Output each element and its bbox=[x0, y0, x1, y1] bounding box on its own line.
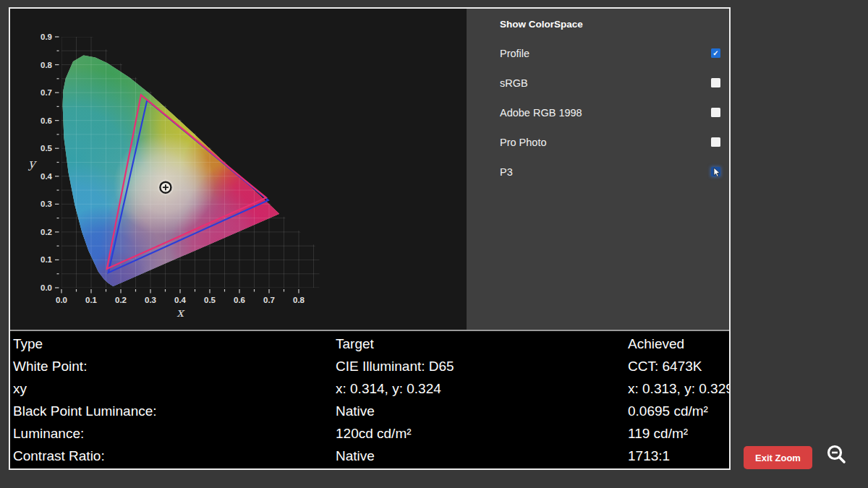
svg-text:0.6: 0.6 bbox=[41, 116, 52, 125]
table-cell-1-0: xy bbox=[10, 377, 333, 400]
svg-text:0.0: 0.0 bbox=[56, 296, 67, 304]
magnifier-minus-icon[interactable] bbox=[825, 444, 851, 470]
table-cell-0-1: CIE Illuminant: D65 bbox=[333, 355, 625, 377]
measurement-table: TypeTargetAchievedWhite Point:CIE Illumi… bbox=[10, 331, 729, 467]
colorspace-list: Profile✓sRGBAdobe RGB 1998Pro PhotoP3 bbox=[500, 38, 720, 187]
table-cell-2-2: 0.0695 cd/m² bbox=[625, 400, 729, 422]
top-section: 0.00.10.20.30.40.50.60.70.80.00.10.20.30… bbox=[10, 9, 729, 330]
table-cell-4-2: 1713:1 bbox=[625, 445, 729, 467]
svg-text:0.2: 0.2 bbox=[41, 228, 52, 236]
calibration-window: 0.00.10.20.30.40.50.60.70.80.00.10.20.30… bbox=[9, 7, 731, 470]
colorspace-panel: Show ColorSpace Profile✓sRGBAdobe RGB 19… bbox=[467, 9, 729, 330]
table-cell-0-2: CCT: 6473K bbox=[625, 355, 729, 377]
table-cell-2-1: Native bbox=[333, 400, 625, 422]
svg-text:0.8: 0.8 bbox=[293, 296, 305, 304]
checkbox-pro-photo[interactable] bbox=[711, 137, 720, 147]
table-cell-1-2: x: 0.313, y: 0.329 bbox=[625, 377, 729, 400]
mouse-cursor-icon bbox=[713, 168, 720, 177]
colorspace-item-adobe-rgb-1998: Adobe RGB 1998 bbox=[500, 98, 720, 127]
svg-text:x: x bbox=[176, 305, 185, 320]
table-cell-1-1: x: 0.314, y: 0.324 bbox=[333, 377, 625, 400]
svg-text:0.3: 0.3 bbox=[41, 200, 52, 208]
table-cell-3-2: 119 cd/m² bbox=[625, 422, 729, 445]
svg-text:y: y bbox=[27, 156, 37, 171]
table-cell-4-1: Native bbox=[333, 445, 625, 467]
svg-text:0.1: 0.1 bbox=[85, 296, 98, 304]
colorspace-item-pro-photo: Pro Photo bbox=[500, 127, 720, 157]
table-cell-3-0: Luminance: bbox=[10, 422, 333, 445]
exit-zoom-button[interactable]: Exit Zoom bbox=[744, 446, 812, 469]
svg-text:0.0: 0.0 bbox=[41, 283, 52, 292]
checkbox-srgb[interactable] bbox=[711, 78, 720, 87]
svg-text:0.1: 0.1 bbox=[41, 255, 53, 264]
colorspace-label-profile: Profile bbox=[500, 48, 529, 59]
table-header-1: Target bbox=[333, 333, 625, 355]
colorspace-label-adobe-rgb-1998: Adobe RGB 1998 bbox=[500, 107, 582, 119]
svg-text:0.4: 0.4 bbox=[41, 172, 53, 181]
colorspace-label-pro-photo: Pro Photo bbox=[500, 137, 547, 148]
svg-text:0.7: 0.7 bbox=[263, 296, 275, 304]
chromaticity-chart-panel: 0.00.10.20.30.40.50.60.70.80.00.10.20.30… bbox=[10, 9, 467, 330]
svg-text:0.8: 0.8 bbox=[41, 61, 53, 69]
checkbox-adobe-rgb-1998[interactable] bbox=[711, 108, 720, 117]
colorspace-item-srgb: sRGB bbox=[500, 68, 720, 98]
table-cell-2-0: Black Point Luminance: bbox=[10, 400, 333, 422]
table-header-2: Achieved bbox=[625, 333, 729, 355]
colorspace-label-p3: P3 bbox=[500, 166, 513, 178]
svg-text:0.6: 0.6 bbox=[234, 296, 245, 304]
table-cell-3-1: 120cd cd/m² bbox=[333, 422, 625, 445]
colorspace-item-p3: P3 bbox=[500, 157, 720, 187]
checkbox-profile[interactable]: ✓ bbox=[711, 48, 720, 58]
table-header-0: Type bbox=[10, 333, 333, 355]
table-cell-0-0: White Point: bbox=[10, 355, 333, 377]
spectral-locus-fill bbox=[10, 9, 321, 323]
svg-text:0.2: 0.2 bbox=[115, 296, 127, 304]
colorspace-item-profile: Profile✓ bbox=[500, 38, 720, 68]
svg-text:0.9: 0.9 bbox=[41, 33, 52, 41]
svg-text:0.5: 0.5 bbox=[204, 296, 216, 304]
colorspace-label-srgb: sRGB bbox=[500, 77, 528, 89]
cie-chromaticity-diagram: 0.00.10.20.30.40.50.60.70.80.00.10.20.30… bbox=[10, 9, 467, 330]
checkbox-p3[interactable] bbox=[711, 167, 720, 176]
table-cell-4-0: Contrast Ratio: bbox=[10, 445, 333, 467]
svg-text:0.5: 0.5 bbox=[41, 144, 53, 153]
colorspace-panel-title: Show ColorSpace bbox=[500, 18, 720, 31]
svg-text:0.4: 0.4 bbox=[174, 296, 187, 304]
svg-text:0.3: 0.3 bbox=[145, 296, 156, 304]
svg-text:0.7: 0.7 bbox=[41, 88, 52, 97]
white-point-marker bbox=[158, 179, 174, 195]
